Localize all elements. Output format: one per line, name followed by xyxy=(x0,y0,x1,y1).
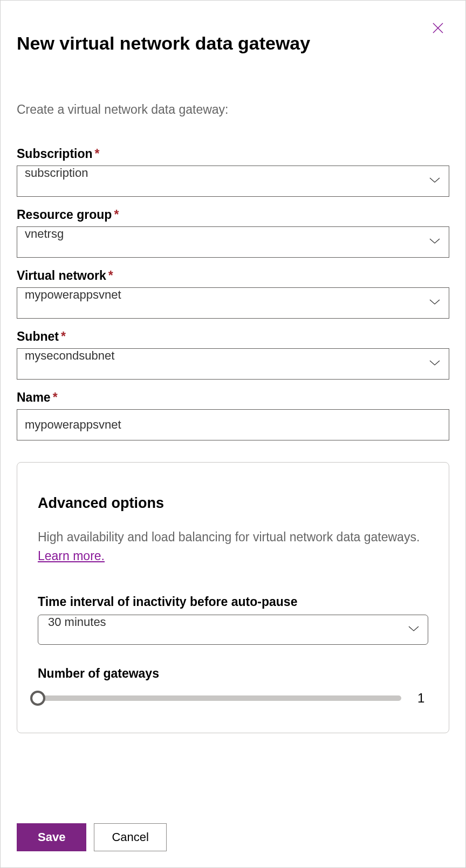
dialog-title: New virtual network data gateway xyxy=(17,33,449,54)
advanced-options-panel: Advanced options High availability and l… xyxy=(17,462,449,733)
required-asterisk: * xyxy=(61,329,66,343)
close-button[interactable] xyxy=(429,19,447,37)
num-gateways-value: 1 xyxy=(417,691,428,706)
subscription-label: Subscription* xyxy=(17,147,449,161)
virtual-network-label: Virtual network* xyxy=(17,268,449,283)
save-button[interactable]: Save xyxy=(17,823,86,851)
name-input[interactable] xyxy=(17,409,449,440)
required-asterisk: * xyxy=(108,268,113,283)
cancel-button[interactable]: Cancel xyxy=(94,823,166,851)
name-label: Name* xyxy=(17,390,449,405)
slider-thumb[interactable] xyxy=(30,691,45,706)
advanced-description: High availability and load balancing for… xyxy=(38,528,428,565)
learn-more-link[interactable]: Learn more. xyxy=(38,549,105,563)
subscription-select[interactable]: subscription xyxy=(17,166,449,197)
required-asterisk: * xyxy=(95,147,100,161)
close-icon xyxy=(431,22,444,35)
subnet-label: Subnet* xyxy=(17,329,449,344)
resource-group-label: Resource group* xyxy=(17,208,449,222)
virtual-network-select[interactable]: mypowerappsvnet xyxy=(17,287,449,319)
time-interval-label: Time interval of inactivity before auto-… xyxy=(38,595,428,609)
dialog-subtitle: Create a virtual network data gateway: xyxy=(17,102,449,117)
resource-group-select[interactable]: vnetrsg xyxy=(17,226,449,258)
num-gateways-slider[interactable] xyxy=(38,695,401,701)
advanced-title: Advanced options xyxy=(38,495,428,512)
time-interval-select[interactable]: 30 minutes xyxy=(38,615,428,645)
required-asterisk: * xyxy=(53,390,58,404)
subnet-select[interactable]: mysecondsubnet xyxy=(17,348,449,380)
required-asterisk: * xyxy=(114,208,119,222)
num-gateways-label: Number of gateways xyxy=(38,666,428,681)
